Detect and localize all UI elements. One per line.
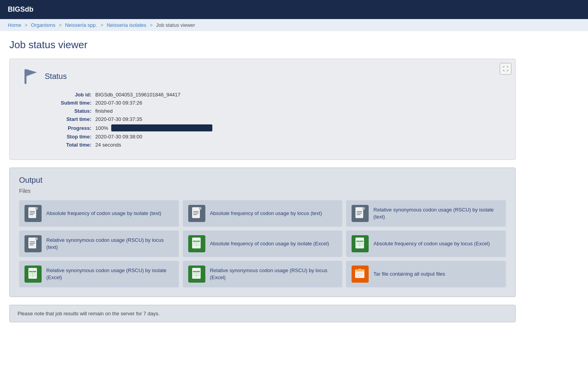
svg-rect-13 [193,214,197,215]
file-item-file5[interactable]: X Absolute frequency of codon usage by i… [183,231,343,257]
submit-time-value: 2020-07-30 09:37:26 [95,100,142,106]
footer-note-text: Please note that job results will remain… [18,311,160,316]
total-time-label: Total time: [45,142,91,148]
file-item-file4[interactable]: Relative synonymous codon usage (RSCU) b… [19,231,179,257]
svg-rect-18 [357,213,362,213]
svg-rect-22 [35,238,38,240]
status-row: Status: finished [45,108,504,114]
svg-text:X: X [194,238,196,241]
svg-rect-11 [193,211,199,212]
total-time-value: 24 seconds [95,142,121,148]
progress-label: Progress: [45,125,91,131]
svg-rect-17 [357,211,362,212]
output-panel: Output Files Absolute frequency of codon… [9,168,516,297]
file-icon-file5: X [188,235,205,252]
file-item-file9[interactable]: Tar file containing all output files [346,261,506,287]
file-label-file3: Relative synonymous codon usage (RSCU) b… [373,206,500,220]
output-title: Output [19,176,506,185]
status-label: Status: [45,108,91,114]
status-section-title: Status [45,72,67,81]
app-title: BIGSdb [8,5,33,13]
file-item-file7[interactable]: X Relative synonymous codon usage (RSCU)… [19,261,179,287]
job-id-row: Job id: BIGSdb_004053_1596101846_94417 [45,92,504,98]
file-label-file1: Absolute frequency of codon usage by iso… [46,210,161,217]
start-time-label: Start time: [45,116,91,122]
file-label-file8: Relative synonymous codon usage (RSCU) b… [210,267,337,281]
file-label-file2: Absolute frequency of codon usage by loc… [210,210,322,217]
progress-percent: 100% [95,125,108,131]
breadcrumb-current: Job status viewer [156,22,195,28]
file-label-file7: Relative synonymous codon usage (RSCU) b… [46,267,173,281]
file-icon-file1 [24,205,42,222]
breadcrumb-sep-2: > [59,22,62,28]
svg-rect-56 [358,269,362,271]
svg-rect-12 [193,213,199,213]
file-label-file5: Absolute frequency of codon usage by iso… [210,240,329,247]
breadcrumb-home[interactable]: Home [8,22,21,28]
flag-icon [21,67,40,86]
file-icon-file2 [188,205,205,222]
breadcrumb-sep-3: > [100,22,103,28]
files-grid: Absolute frequency of codon usage by iso… [19,200,506,287]
progress-row: Progress: 100% [45,124,504,131]
submit-time-label: Submit time: [45,100,91,106]
svg-rect-24 [30,243,35,244]
svg-rect-6 [30,213,35,213]
progress-bar-container: 100% [95,124,212,131]
files-label: Files [19,188,506,194]
app-header: BIGSdb [0,0,588,19]
footer-note: Please note that job results will remain… [9,305,516,322]
status-header: Status [21,67,504,86]
file-item-file6[interactable]: X Absolute frequency of codon usage by l… [346,231,506,257]
file-icon-file4 [24,235,42,252]
status-value: finished [95,108,113,114]
breadcrumb-sep-1: > [24,22,28,28]
total-time-row: Total time: 24 seconds [45,142,504,148]
svg-rect-0 [24,69,26,84]
stop-time-label: Stop time: [45,134,91,140]
breadcrumb-neisseria-isolates[interactable]: Neisseria isolates [107,22,146,28]
fullscreen-button[interactable]: ⛶ [500,63,511,75]
file-item-file8[interactable]: X Relative synonymous codon usage (RSCU)… [183,261,343,287]
svg-rect-23 [30,241,35,242]
svg-rect-19 [357,214,360,215]
breadcrumb: Home > Organisms > Neisseria spp. > Neis… [0,19,588,31]
file-item-file2[interactable]: Absolute frequency of codon usage by loc… [183,200,343,227]
job-id-label: Job id: [45,92,91,98]
page-title: Job status viewer [9,39,516,51]
file-icon-file9 [352,266,369,283]
file-icon-file7: X [24,266,42,283]
breadcrumb-sep-4: > [150,22,153,28]
main-content: Job status viewer ⛶ Status Job id: BIGSd… [0,31,525,330]
svg-text:X: X [357,238,359,241]
status-panel: ⛶ Status Job id: BIGSdb_004053_159610184… [9,59,516,160]
svg-rect-10 [199,207,201,210]
start-time-value: 2020-07-30 09:37:35 [95,116,142,122]
stop-time-row: Stop time: 2020-07-30 09:38:00 [45,134,504,140]
breadcrumb-neisseria-spp[interactable]: Neisseria spp. [65,22,97,28]
breadcrumb-organisms[interactable]: Organisms [31,22,56,28]
stop-time-value: 2020-07-30 09:38:00 [95,134,142,140]
svg-rect-4 [35,207,38,210]
file-icon-file3 [352,205,369,222]
progress-bar-outer [111,124,212,131]
progress-bar-inner [111,124,212,131]
fullscreen-icon: ⛶ [503,66,508,72]
file-label-file9: Tar file containing all output files [373,271,445,278]
submit-time-row: Submit time: 2020-07-30 09:37:26 [45,100,504,106]
job-id-value: BIGSdb_004053_1596101846_94417 [95,92,180,98]
file-icon-file6: X [352,235,369,252]
svg-marker-1 [26,69,37,76]
file-label-file6: Absolute frequency of codon usage by loc… [373,240,490,247]
svg-rect-5 [30,211,35,212]
file-item-file3[interactable]: Relative synonymous codon usage (RSCU) b… [346,200,506,227]
svg-rect-7 [30,214,33,215]
status-table: Job id: BIGSdb_004053_1596101846_94417 S… [45,92,504,148]
file-label-file4: Relative synonymous codon usage (RSCU) b… [46,237,173,251]
svg-text:X: X [194,268,196,271]
start-time-row: Start time: 2020-07-30 09:37:35 [45,116,504,122]
file-item-file1[interactable]: Absolute frequency of codon usage by iso… [19,200,179,227]
svg-text:X: X [30,268,32,271]
svg-rect-16 [362,207,365,210]
svg-rect-25 [30,245,33,245]
